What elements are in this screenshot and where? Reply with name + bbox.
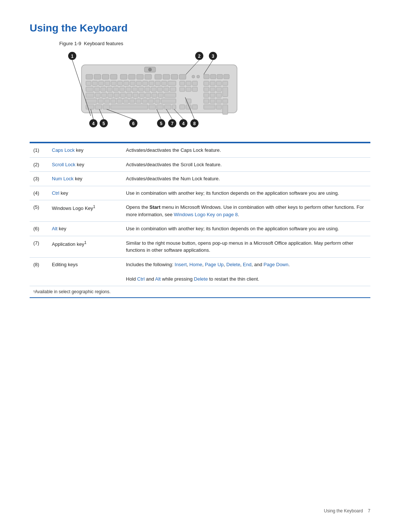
svg-rect-30 [105, 81, 110, 86]
svg-text:7: 7 [171, 121, 174, 126]
footer-label: Using the Keyboard [324, 508, 363, 513]
svg-rect-77 [139, 93, 144, 97]
svg-rect-57 [145, 87, 150, 91]
svg-rect-84 [216, 93, 221, 97]
svg-rect-15 [137, 74, 143, 79]
svg-rect-14 [129, 74, 135, 79]
description-link[interactable]: Alt [155, 276, 161, 282]
svg-rect-88 [111, 99, 116, 103]
svg-rect-32 [117, 81, 123, 86]
svg-rect-95 [155, 99, 160, 103]
svg-rect-113 [204, 105, 215, 109]
svg-rect-109 [172, 105, 176, 109]
svg-rect-70 [95, 93, 100, 97]
key-description: Includes the following: Insert, Home, Pa… [122, 257, 370, 286]
key-link[interactable]: Scroll Lock [52, 162, 76, 167]
row-number: (6) [30, 222, 48, 236]
svg-rect-73 [114, 93, 119, 97]
table-row: (2)Scroll Lock keyActivates/deactivates … [30, 157, 370, 172]
svg-rect-45 [210, 81, 215, 86]
svg-rect-13 [120, 74, 127, 79]
keyboard-figure: 1 2 3 [59, 49, 267, 131]
keyboard-image: 1 2 3 [59, 49, 267, 131]
svg-rect-38 [155, 81, 160, 86]
key-description: Activates/deactivates the Num Lock featu… [122, 172, 370, 186]
svg-rect-106 [149, 105, 156, 109]
svg-text:1: 1 [71, 54, 74, 59]
svg-rect-34 [130, 81, 135, 86]
key-link[interactable]: Num Lock [52, 176, 74, 181]
description-link[interactable]: End [243, 262, 251, 267]
key-description: Opens the Start menu in Microsoft Window… [122, 200, 370, 222]
feature-table: (1)Caps Lock keyActivates/deactivates th… [30, 142, 370, 298]
svg-rect-25 [217, 74, 223, 79]
key-link[interactable]: Caps Lock [52, 147, 74, 153]
svg-rect-91 [130, 99, 135, 103]
page-title: Using the Keyboard [30, 22, 370, 34]
key-name: Ctrl key [48, 186, 122, 200]
svg-rect-82 [204, 93, 209, 97]
description-link[interactable]: Delete [194, 276, 208, 282]
svg-rect-54 [126, 87, 131, 91]
key-link[interactable]: Alt [52, 226, 57, 231]
svg-rect-94 [149, 99, 154, 103]
table-row: (7)Application key1Similar to the right … [30, 236, 370, 257]
svg-rect-26 [224, 74, 229, 79]
description-link[interactable]: Page Up [205, 262, 224, 267]
svg-rect-72 [108, 93, 113, 97]
svg-rect-31 [111, 81, 116, 86]
svg-rect-103 [95, 105, 102, 109]
key-description: Activates/deactivates the Caps Lock feat… [122, 143, 370, 157]
svg-rect-62 [180, 87, 185, 91]
description-link[interactable]: Ctrl [137, 276, 144, 282]
svg-rect-11 [102, 74, 109, 79]
svg-rect-50 [101, 87, 106, 91]
row-number: (5) [30, 200, 48, 222]
svg-rect-85 [86, 99, 97, 103]
table-row: (3)Num Lock keyActivates/deactivates the… [30, 172, 370, 186]
svg-text:5: 5 [160, 121, 163, 126]
svg-rect-69 [86, 93, 94, 97]
svg-rect-112 [192, 105, 197, 109]
description-link[interactable]: Insert [175, 262, 187, 267]
key-name: Windows Logo Key1 [48, 200, 122, 222]
svg-rect-40 [168, 81, 176, 86]
svg-rect-41 [180, 81, 185, 86]
svg-rect-66 [210, 87, 215, 91]
svg-rect-68 [223, 87, 228, 97]
svg-point-21 [192, 75, 195, 78]
svg-text:4: 4 [92, 121, 95, 126]
svg-point-8 [148, 68, 152, 71]
svg-rect-51 [107, 87, 112, 91]
svg-rect-92 [136, 99, 141, 103]
key-link[interactable]: Ctrl [52, 190, 59, 196]
svg-rect-52 [113, 87, 119, 91]
svg-rect-33 [124, 81, 129, 86]
row-number: (1) [30, 143, 48, 157]
svg-rect-49 [94, 87, 100, 91]
key-description: Use in combination with another key; its… [122, 222, 370, 236]
svg-text:4: 4 [182, 121, 185, 126]
svg-rect-75 [127, 93, 132, 97]
svg-rect-78 [146, 93, 151, 97]
svg-rect-24 [210, 74, 216, 79]
description-link[interactable]: Page Down [264, 262, 289, 267]
description-link[interactable]: Windows Logo Key on page 8 [174, 212, 238, 217]
description-link[interactable]: Delete [226, 262, 240, 267]
svg-rect-48 [86, 87, 93, 91]
svg-rect-90 [123, 99, 129, 103]
key-name: Caps Lock key [48, 143, 122, 157]
svg-rect-108 [164, 105, 171, 109]
svg-rect-37 [149, 81, 154, 86]
svg-point-22 [197, 75, 200, 78]
svg-rect-47 [223, 81, 228, 86]
svg-rect-60 [164, 87, 169, 91]
key-name: Scroll Lock key [48, 157, 122, 172]
table-row: (8)Editing keysIncludes the following: I… [30, 257, 370, 286]
description-link[interactable]: Home [189, 262, 202, 267]
table-row: (5)Windows Logo Key1Opens the Start menu… [30, 200, 370, 222]
svg-rect-67 [216, 87, 221, 91]
footer-page: 7 [368, 508, 370, 513]
svg-rect-29 [99, 81, 104, 86]
svg-rect-10 [94, 74, 101, 79]
